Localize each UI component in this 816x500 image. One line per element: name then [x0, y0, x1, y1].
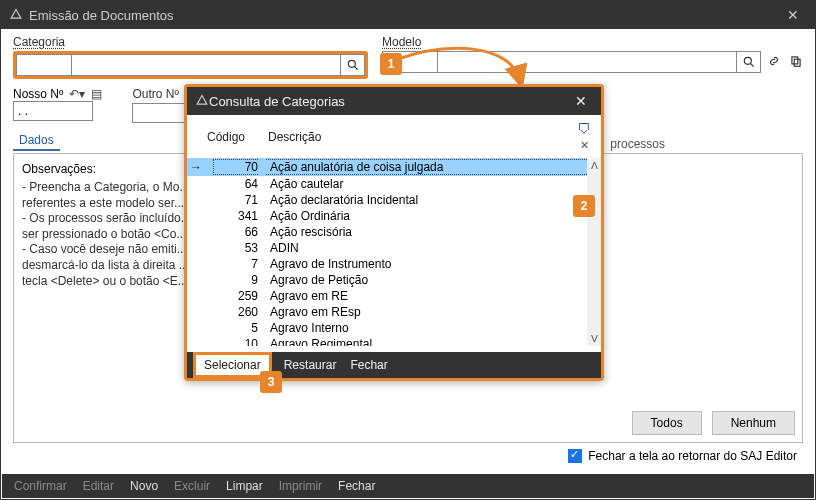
- categoria-code-input[interactable]: [16, 54, 71, 76]
- close-icon[interactable]: ✕: [779, 7, 807, 23]
- table-row[interactable]: 64Ação cautelar: [187, 176, 587, 192]
- cell-codigo: 71: [213, 193, 258, 207]
- cell-descricao: Agravo de Instrumento: [266, 257, 587, 271]
- cell-codigo: 66: [213, 225, 258, 239]
- col-codigo[interactable]: Código: [207, 130, 252, 144]
- cell-descricao: Agravo em REsp: [266, 305, 587, 319]
- row-indicator-icon: →: [187, 160, 205, 174]
- table-row[interactable]: 260Agravo em REsp: [187, 304, 587, 320]
- scroll-up-icon[interactable]: ᐱ: [591, 160, 598, 171]
- table-row[interactable]: 341Ação Ordinária: [187, 208, 587, 224]
- cell-codigo: 341: [213, 209, 258, 223]
- cell-descricao: Ação anulatória de coisa julgada: [266, 159, 587, 175]
- link-icon[interactable]: [767, 54, 781, 71]
- dialog-titlebar: Consulta de Categorias ✕: [187, 87, 601, 115]
- search-icon[interactable]: [341, 54, 365, 76]
- callout-3: 3: [260, 371, 282, 393]
- categoria-field: Categoria: [13, 35, 368, 79]
- fechar-button[interactable]: Fechar: [338, 479, 375, 493]
- search-icon[interactable]: [737, 51, 761, 73]
- fechar-checkbox-label: Fechar a tela ao retornar do SAJ Editor: [588, 449, 797, 463]
- cell-codigo: 10: [213, 337, 258, 346]
- todos-button[interactable]: Todos: [632, 411, 702, 435]
- dialog-icon: [195, 93, 209, 110]
- svg-rect-4: [792, 56, 798, 63]
- limpar-button[interactable]: Limpar: [226, 479, 263, 493]
- cell-descricao: Ação rescisória: [266, 225, 587, 239]
- scroll-down-icon[interactable]: ᐯ: [591, 333, 598, 344]
- modelo-desc-input[interactable]: [437, 51, 737, 73]
- nosso-no-field: Nosso Nº ↶▾ ▤: [13, 87, 102, 123]
- dialog-fechar-button[interactable]: Fechar: [350, 358, 387, 372]
- cell-descricao: Agravo Regimental: [266, 337, 587, 346]
- processos-label: processos: [610, 137, 665, 151]
- editar-button[interactable]: Editar: [83, 479, 114, 493]
- cell-descricao: Agravo de Petição: [266, 273, 587, 287]
- nenhum-button[interactable]: Nenhum: [712, 411, 795, 435]
- cell-descricao: ADIN: [266, 241, 587, 255]
- cell-codigo: 70: [213, 159, 258, 175]
- scrollbar[interactable]: ᐱ ᐯ: [587, 158, 601, 346]
- cell-descricao: Agravo Interno: [266, 321, 587, 335]
- table-row[interactable]: 5Agravo Interno: [187, 320, 587, 336]
- table-row[interactable]: 66Ação rescisória: [187, 224, 587, 240]
- table-row[interactable]: 9Agravo de Petição: [187, 272, 587, 288]
- clear-filter-icon[interactable]: ✕: [580, 139, 589, 152]
- callout-1: 1: [380, 53, 402, 75]
- cell-descricao: Ação cautelar: [266, 177, 587, 191]
- grid: →70Ação anulatória de coisa julgada64Açã…: [187, 158, 601, 352]
- svg-point-2: [744, 57, 751, 64]
- imprimir-button[interactable]: Imprimir: [279, 479, 322, 493]
- table-row[interactable]: 259Agravo em RE: [187, 288, 587, 304]
- table-row[interactable]: 71Ação declaratória Incidental: [187, 192, 587, 208]
- cell-codigo: 64: [213, 177, 258, 191]
- table-row[interactable]: 7Agravo de Instrumento: [187, 256, 587, 272]
- table-row[interactable]: →70Ação anulatória de coisa julgada: [187, 158, 587, 176]
- modelo-field: Modelo: [382, 35, 803, 79]
- svg-line-3: [750, 64, 753, 67]
- cell-codigo: 9: [213, 273, 258, 287]
- modelo-label: Modelo: [382, 35, 803, 49]
- categoria-label: Categoria: [13, 35, 368, 49]
- cell-codigo: 53: [213, 241, 258, 255]
- novo-button[interactable]: Novo: [130, 479, 158, 493]
- undo-icon[interactable]: ↶▾: [69, 87, 85, 101]
- bottom-toolbar: Confirmar Editar Novo Excluir Limpar Imp…: [2, 474, 814, 498]
- cell-codigo: 259: [213, 289, 258, 303]
- grid-headers: Código Descrição ⛉ ✕: [187, 115, 601, 158]
- confirmar-button[interactable]: Confirmar: [14, 479, 67, 493]
- nosso-no-input[interactable]: [13, 101, 93, 121]
- app-icon: [9, 7, 23, 24]
- callout-2: 2: [573, 195, 595, 217]
- dialog-footer: Selecionar Restaurar Fechar: [187, 352, 601, 378]
- consulta-dialog: Consulta de Categorias ✕ Código Descriçã…: [184, 84, 604, 381]
- table-row[interactable]: 10Agravo Regimental: [187, 336, 587, 346]
- cell-descricao: Ação declaratória Incidental: [266, 193, 587, 207]
- cell-descricao: Ação Ordinária: [266, 209, 587, 223]
- dialog-close-icon[interactable]: ✕: [569, 93, 593, 109]
- props-icon[interactable]: ▤: [91, 87, 102, 101]
- copy-icon[interactable]: [789, 54, 803, 71]
- col-descricao[interactable]: Descrição: [268, 130, 561, 144]
- main-title: Emissão de Documentos: [29, 8, 779, 23]
- table-row[interactable]: 53ADIN: [187, 240, 587, 256]
- svg-line-1: [354, 67, 357, 70]
- cell-codigo: 5: [213, 321, 258, 335]
- fechar-checkbox[interactable]: [568, 449, 582, 463]
- grid-rows: →70Ação anulatória de coisa julgada64Açã…: [187, 158, 587, 346]
- main-titlebar: Emissão de Documentos ✕: [1, 1, 815, 29]
- tab-dados[interactable]: Dados: [13, 131, 60, 151]
- cell-descricao: Agravo em RE: [266, 289, 587, 303]
- dialog-title: Consulta de Categorias: [209, 94, 569, 109]
- svg-point-0: [348, 60, 355, 67]
- categoria-desc-input[interactable]: [71, 54, 341, 76]
- svg-rect-5: [794, 59, 800, 66]
- nosso-no-label: Nosso Nº: [13, 87, 63, 101]
- filter-icon[interactable]: ⛉: [577, 121, 591, 137]
- excluir-button[interactable]: Excluir: [174, 479, 210, 493]
- restaurar-button[interactable]: Restaurar: [284, 358, 337, 372]
- cell-codigo: 7: [213, 257, 258, 271]
- cell-codigo: 260: [213, 305, 258, 319]
